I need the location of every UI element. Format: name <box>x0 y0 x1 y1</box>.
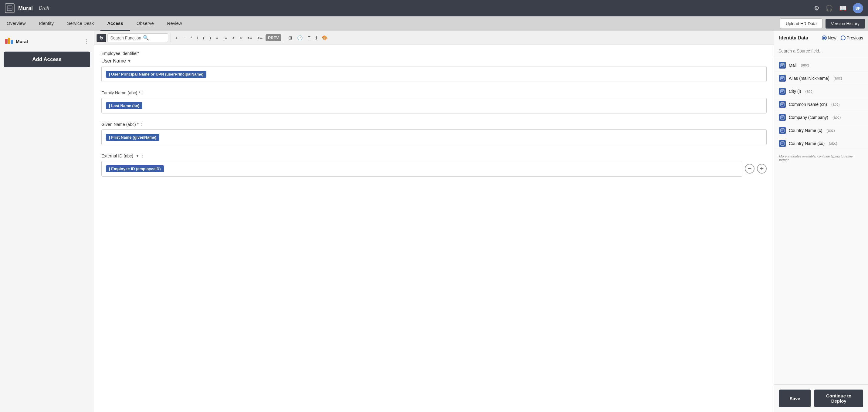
given-name-tag[interactable]: | First Name (givenName) <box>106 134 159 141</box>
source-item-name: Company (company) <box>789 115 828 120</box>
svg-rect-5 <box>781 63 784 67</box>
source-list-wrapper: Mail (abc) Alias (mailNickName) (abc) Ci… <box>774 57 868 384</box>
search-icon: 🔍 <box>143 35 149 41</box>
search-function-text: Search Function <box>110 35 141 40</box>
toolbar-minus-button[interactable]: − <box>181 34 187 41</box>
book-icon[interactable]: 📖 <box>839 5 847 12</box>
family-name-colon: : <box>143 90 144 95</box>
nav-review[interactable]: Review <box>160 17 189 31</box>
source-list-item[interactable]: Company (company) (abc) <box>774 111 868 124</box>
search-source-input[interactable] <box>778 49 864 54</box>
radio-previous[interactable]: Previous <box>841 35 863 40</box>
toolbar-gte-button[interactable]: >= <box>255 34 265 41</box>
svg-rect-17 <box>781 116 784 119</box>
source-item-name: Country Name (c) <box>789 128 822 133</box>
source-item-name: Alias (mailNickName) <box>789 76 830 81</box>
source-list-item[interactable]: Alias (mailNickName) (abc) <box>774 72 868 85</box>
right-panel-title: Identity Data <box>779 35 817 41</box>
external-id-dropdown-arrow: ▼ <box>136 154 139 158</box>
toolbar-eq-button[interactable]: = <box>214 34 220 41</box>
upn-input-box: | User Principal Name or UPN (userPrinci… <box>101 66 767 82</box>
source-item-icon <box>779 127 786 134</box>
employee-identifier-group: Employee Identifier* User Name ▼ | User … <box>101 51 767 82</box>
svg-rect-2 <box>5 39 8 44</box>
nav-observe[interactable]: Observe <box>130 17 160 31</box>
toolbar-prev-button[interactable]: PREV <box>266 34 281 41</box>
toolbar-grid-button[interactable]: ⊞ <box>286 34 294 42</box>
family-name-label: Family Name (abc) * : <box>101 90 767 95</box>
upn-tag[interactable]: | User Principal Name or UPN (userPrinci… <box>106 71 206 78</box>
external-id-label: External ID (abc) ▼ : <box>101 154 767 158</box>
source-list-item[interactable]: Country Name (c) (abc) <box>774 124 868 137</box>
toolbar-palette-button[interactable]: 🎨 <box>320 34 330 42</box>
continue-to-deploy-button[interactable]: Continue to Deploy <box>814 389 863 407</box>
settings-icon[interactable]: ⚙ <box>814 5 819 12</box>
toolbar-info-button[interactable]: ℹ <box>313 34 319 42</box>
sidebar-title: Mural <box>16 39 28 44</box>
nav-overview[interactable]: Overview <box>0 17 32 31</box>
toolbar-rparen-button[interactable]: ) <box>208 34 213 41</box>
source-item-type: (abc) <box>829 141 837 146</box>
add-field-button[interactable]: + <box>757 164 767 173</box>
svg-rect-14 <box>781 102 784 106</box>
family-name-tag[interactable]: | Last Name (sn) <box>106 102 142 109</box>
sidebar: Mural ⋮ Add Access <box>0 31 94 412</box>
family-name-group: Family Name (abc) * : | Last Name (sn) <box>101 90 767 114</box>
source-item-type: (abc) <box>801 63 809 67</box>
fx-button[interactable]: fx <box>96 34 106 42</box>
source-list-item[interactable]: Country Name (co) (abc) <box>774 137 868 150</box>
search-source-field[interactable] <box>774 45 868 57</box>
source-item-icon <box>779 114 786 121</box>
app-name: Mural <box>18 5 33 11</box>
external-id-tag[interactable]: | Employee ID (employeeID) <box>106 165 164 172</box>
version-history-button[interactable]: Version History <box>826 19 865 29</box>
nav-access[interactable]: Access <box>100 17 130 31</box>
search-function-input[interactable]: Search Function 🔍 <box>107 33 168 42</box>
navbar: Overview Identity Service Desk Access Ob… <box>0 17 868 31</box>
toolbar-text-button[interactable]: T <box>306 34 312 41</box>
toolbar-multiply-button[interactable]: * <box>188 34 194 41</box>
svg-rect-8 <box>781 76 784 80</box>
given-name-input-box: | First Name (givenName) <box>101 129 767 145</box>
toolbar-clock-button[interactable]: 🕐 <box>295 34 305 42</box>
radio-group: New Previous <box>822 35 863 40</box>
toolbar-gt-button[interactable]: > <box>230 34 237 41</box>
sidebar-header: Mural ⋮ <box>4 35 90 48</box>
svg-rect-20 <box>781 129 784 132</box>
draft-label: Draft <box>39 5 50 11</box>
main-layout: Mural ⋮ Add Access fx Search Function 🔍 … <box>0 31 868 412</box>
add-access-button[interactable]: Add Access <box>4 52 90 67</box>
nav-service-desk[interactable]: Service Desk <box>60 17 100 31</box>
employee-identifier-dropdown-row: User Name ▼ <box>101 58 767 64</box>
toolbar-lte-button[interactable]: <= <box>245 34 254 41</box>
user-avatar[interactable]: SP <box>853 3 863 13</box>
source-list-item[interactable]: Mail (abc) <box>774 59 868 72</box>
save-button[interactable]: Save <box>779 389 811 407</box>
toolbar-separator-1 <box>170 34 171 42</box>
source-item-icon <box>779 140 786 147</box>
more-attributes-hint: More attributes available, continue typi… <box>774 152 868 164</box>
remove-field-button[interactable]: − <box>745 164 754 173</box>
source-item-type: (abc) <box>834 76 842 81</box>
nav-identity[interactable]: Identity <box>32 17 60 31</box>
given-name-colon: : <box>141 122 142 127</box>
source-list-item[interactable]: City (l) (abc) <box>774 85 868 98</box>
upload-hr-data-button[interactable]: Upload HR Data <box>780 19 823 29</box>
toolbar-lt-button[interactable]: < <box>238 34 244 41</box>
headset-icon[interactable]: 🎧 <box>826 5 833 12</box>
toolbar-lparen-button[interactable]: ( <box>201 34 206 41</box>
radio-previous-dot <box>841 35 845 40</box>
given-name-group: Given Name (abc) * : | First Name (given… <box>101 122 767 145</box>
source-list-item[interactable]: Common Name (cn) (abc) <box>774 98 868 111</box>
source-item-type: (abc) <box>827 128 835 133</box>
toolbar-neq-button[interactable]: != <box>222 34 229 41</box>
radio-new[interactable]: New <box>822 35 836 40</box>
employee-identifier-dropdown[interactable]: User Name <box>101 58 126 64</box>
sidebar-menu-icon[interactable]: ⋮ <box>84 38 89 44</box>
sidebar-logo-icon <box>5 37 13 45</box>
external-id-colon: : <box>142 154 143 158</box>
toolbar-plus-button[interactable]: + <box>173 34 180 41</box>
source-item-type: (abc) <box>833 115 841 120</box>
toolbar-divide-button[interactable]: / <box>195 34 200 41</box>
source-item-type: (abc) <box>805 89 813 93</box>
